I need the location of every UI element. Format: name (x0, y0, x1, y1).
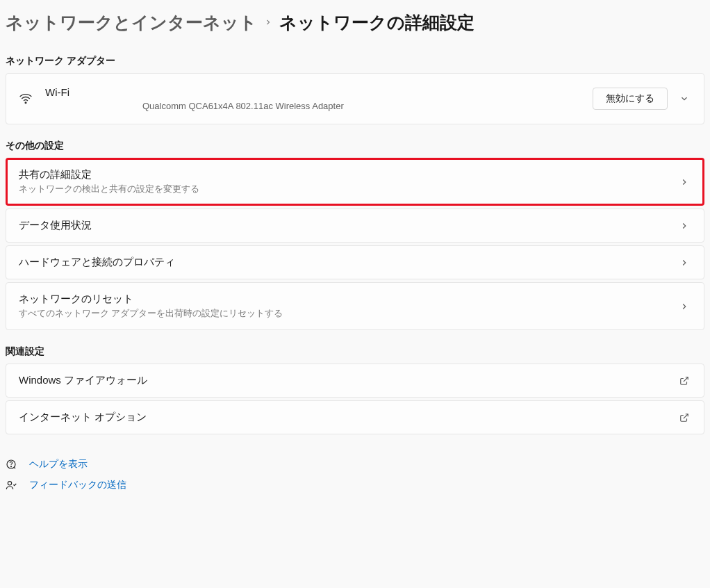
item-data-usage[interactable]: データ使用状況 (6, 209, 704, 243)
section-title-adapters: ネットワーク アダプター (6, 55, 704, 67)
help-icon (6, 459, 18, 470)
item-network-reset[interactable]: ネットワークのリセット すべてのネットワーク アダプターを出荷時の設定にリセット… (6, 282, 704, 330)
adapter-device: Qualcomm QCA61x4A 802.11ac Wireless Adap… (142, 101, 593, 111)
svg-point-3 (8, 482, 11, 485)
item-title: 共有の詳細設定 (19, 168, 677, 181)
item-sub: すべてのネットワーク アダプターを出荷時の設定にリセットする (19, 308, 677, 320)
item-title: ネットワークのリセット (19, 293, 677, 306)
adapter-wifi-card[interactable]: Wi-Fi Qualcomm QCA61x4A 802.11ac Wireles… (6, 73, 704, 124)
feedback-label: フィードバックの送信 (29, 479, 126, 491)
item-sharing-settings[interactable]: 共有の詳細設定 ネットワークの検出と共有の設定を変更する (6, 158, 704, 206)
chevron-right-icon (264, 15, 272, 30)
chevron-down-icon[interactable] (677, 94, 691, 104)
external-link-icon (677, 413, 691, 423)
section-title-other: その他の設定 (6, 140, 704, 152)
help-label: ヘルプを表示 (29, 458, 88, 471)
footer-links: ヘルプを表示 フィードバックの送信 (6, 454, 704, 496)
breadcrumb: ネットワークとインターネット ネットワークの詳細設定 (0, 0, 710, 40)
svg-point-0 (25, 102, 26, 104)
feedback-link[interactable]: フィードバックの送信 (6, 475, 704, 496)
item-hardware-properties[interactable]: ハードウェアと接続のプロパティ (6, 245, 704, 279)
wifi-icon (19, 92, 33, 106)
chevron-right-icon (677, 177, 691, 187)
item-title: Windows ファイアウォール (19, 374, 677, 387)
svg-point-2 (10, 466, 11, 467)
chevron-right-icon (677, 221, 691, 231)
external-link-icon (677, 376, 691, 386)
chevron-right-icon (677, 302, 691, 311)
section-title-related: 関連設定 (6, 345, 704, 358)
item-windows-firewall[interactable]: Windows ファイアウォール (6, 364, 704, 398)
item-sub: ネットワークの検出と共有の設定を変更する (19, 183, 677, 195)
disable-button[interactable]: 無効にする (593, 88, 668, 110)
breadcrumb-parent[interactable]: ネットワークとインターネット (6, 11, 257, 34)
page-title: ネットワークの詳細設定 (279, 11, 474, 34)
item-title: ハードウェアと接続のプロパティ (19, 256, 677, 269)
feedback-icon (6, 480, 18, 491)
item-title: インターネット オプション (19, 411, 677, 424)
chevron-right-icon (677, 258, 691, 268)
help-link[interactable]: ヘルプを表示 (6, 454, 704, 475)
adapter-name: Wi-Fi (45, 86, 593, 98)
item-title: データ使用状況 (19, 219, 677, 232)
item-internet-options[interactable]: インターネット オプション (6, 400, 704, 434)
